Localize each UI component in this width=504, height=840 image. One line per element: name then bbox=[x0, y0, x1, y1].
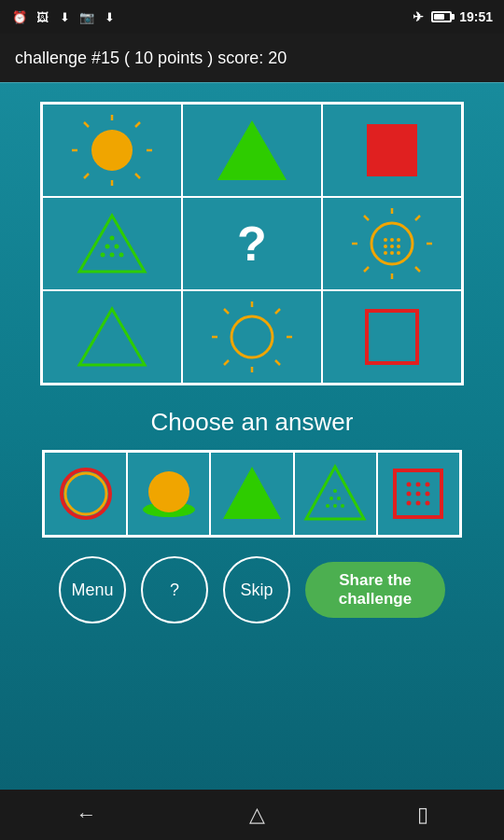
svg-marker-51 bbox=[223, 467, 281, 519]
svg-point-68 bbox=[426, 501, 430, 506]
svg-point-27 bbox=[384, 238, 387, 242]
svg-point-57 bbox=[337, 497, 341, 500]
svg-marker-11 bbox=[79, 216, 145, 272]
back-icon[interactable]: ← bbox=[77, 803, 97, 827]
share-button[interactable]: Share the challenge bbox=[305, 562, 445, 618]
svg-point-58 bbox=[333, 489, 337, 493]
status-icons: ⏰ 🖼 ⬇ 📷 ⬇ bbox=[11, 8, 118, 25]
download-icon: ⬇ bbox=[56, 8, 73, 25]
svg-point-32 bbox=[397, 245, 400, 248]
skip-button[interactable]: Skip bbox=[223, 556, 290, 623]
svg-point-67 bbox=[416, 501, 421, 506]
svg-line-4 bbox=[84, 122, 89, 127]
sun-outline-icon bbox=[210, 300, 294, 374]
sun-dotted-icon bbox=[350, 206, 434, 281]
svg-point-28 bbox=[390, 238, 394, 242]
green-outline-triangle-icon bbox=[70, 300, 154, 374]
svg-point-13 bbox=[110, 253, 115, 258]
grid-cell-r1c2 bbox=[182, 104, 322, 197]
answer-dotted-square-icon bbox=[385, 461, 451, 526]
answer-options bbox=[42, 450, 462, 538]
svg-line-23 bbox=[415, 216, 420, 220]
grid-cell-r1c3 bbox=[322, 104, 462, 197]
svg-point-47 bbox=[62, 469, 110, 518]
battery-icon bbox=[431, 11, 452, 22]
answer-solid-triangle-icon bbox=[219, 461, 285, 526]
svg-line-5 bbox=[135, 122, 140, 127]
svg-line-43 bbox=[224, 360, 229, 365]
red-outline-square-icon bbox=[350, 300, 434, 374]
svg-point-30 bbox=[384, 245, 387, 248]
grid-cell-r3c3 bbox=[322, 290, 462, 384]
status-bar: ⏰ 🖼 ⬇ 📷 ⬇ ✈ 19:51 bbox=[0, 0, 504, 34]
svg-line-41 bbox=[224, 309, 229, 314]
home-icon[interactable]: △ bbox=[249, 803, 265, 827]
svg-point-17 bbox=[110, 236, 115, 241]
svg-point-66 bbox=[407, 501, 412, 506]
grid-cell-r2c1 bbox=[42, 197, 182, 290]
svg-marker-36 bbox=[79, 309, 145, 365]
svg-line-22 bbox=[364, 216, 369, 220]
sun-filled-icon bbox=[70, 113, 154, 188]
svg-point-12 bbox=[101, 253, 105, 258]
svg-point-54 bbox=[333, 504, 337, 508]
svg-line-42 bbox=[275, 309, 280, 314]
menu-button[interactable]: Menu bbox=[59, 556, 126, 623]
svg-line-25 bbox=[415, 267, 420, 272]
red-solid-square-icon bbox=[350, 113, 434, 188]
answer-dotted-triangle-icon bbox=[302, 461, 368, 526]
svg-point-61 bbox=[416, 483, 421, 487]
nav-bar: ← △ ▯ bbox=[0, 790, 504, 840]
svg-line-6 bbox=[84, 174, 89, 178]
status-right: ✈ 19:51 bbox=[413, 9, 493, 24]
svg-point-26 bbox=[371, 223, 413, 264]
alarm-icon: ⏰ bbox=[11, 8, 28, 25]
svg-point-16 bbox=[115, 245, 119, 249]
svg-line-44 bbox=[275, 360, 280, 365]
svg-point-48 bbox=[65, 473, 106, 514]
svg-point-34 bbox=[390, 251, 394, 255]
choose-label: Choose an answer bbox=[151, 408, 354, 437]
answer-option-2[interactable] bbox=[127, 452, 210, 536]
svg-marker-9 bbox=[217, 120, 287, 180]
svg-point-64 bbox=[416, 492, 421, 497]
recents-icon[interactable]: ▯ bbox=[417, 803, 428, 827]
grid-cell-r3c1 bbox=[42, 290, 182, 384]
svg-point-56 bbox=[329, 497, 333, 500]
svg-point-45 bbox=[231, 316, 273, 357]
svg-point-8 bbox=[91, 130, 133, 171]
help-button[interactable]: ? bbox=[141, 556, 208, 623]
puzzle-grid: ? bbox=[40, 102, 464, 385]
svg-point-14 bbox=[119, 253, 124, 258]
answer-option-5[interactable] bbox=[377, 452, 460, 536]
svg-point-55 bbox=[341, 504, 344, 508]
svg-point-63 bbox=[407, 492, 412, 497]
answer-option-1[interactable] bbox=[44, 452, 127, 536]
svg-point-65 bbox=[426, 492, 430, 497]
svg-line-7 bbox=[135, 174, 140, 178]
svg-point-50 bbox=[148, 471, 189, 512]
grid-cell-r2c3 bbox=[322, 197, 462, 290]
svg-point-33 bbox=[384, 251, 387, 255]
svg-rect-46 bbox=[367, 311, 417, 363]
answer-circle-red-icon bbox=[53, 461, 119, 526]
green-solid-triangle-icon bbox=[210, 113, 294, 188]
challenge-info: challenge #15 ( 10 points ) score: 20 bbox=[15, 49, 287, 68]
svg-point-15 bbox=[105, 245, 110, 249]
camera-icon: 📷 bbox=[78, 8, 95, 25]
svg-point-31 bbox=[390, 245, 394, 248]
svg-point-29 bbox=[397, 238, 400, 242]
answer-option-3[interactable] bbox=[210, 452, 293, 536]
question-mark: ? bbox=[237, 216, 267, 272]
answer-option-4[interactable] bbox=[294, 452, 377, 536]
svg-line-24 bbox=[364, 267, 369, 272]
svg-rect-10 bbox=[367, 124, 417, 176]
bottom-buttons: Menu ? Skip Share the challenge bbox=[59, 538, 445, 638]
grid-cell-r3c2 bbox=[182, 290, 322, 384]
answer-ball-icon bbox=[136, 461, 202, 526]
svg-point-62 bbox=[426, 483, 430, 487]
airplane-icon: ✈ bbox=[413, 9, 424, 24]
clock: 19:51 bbox=[459, 9, 493, 24]
svg-point-35 bbox=[397, 251, 400, 255]
grid-cell-r1c1 bbox=[42, 104, 182, 197]
